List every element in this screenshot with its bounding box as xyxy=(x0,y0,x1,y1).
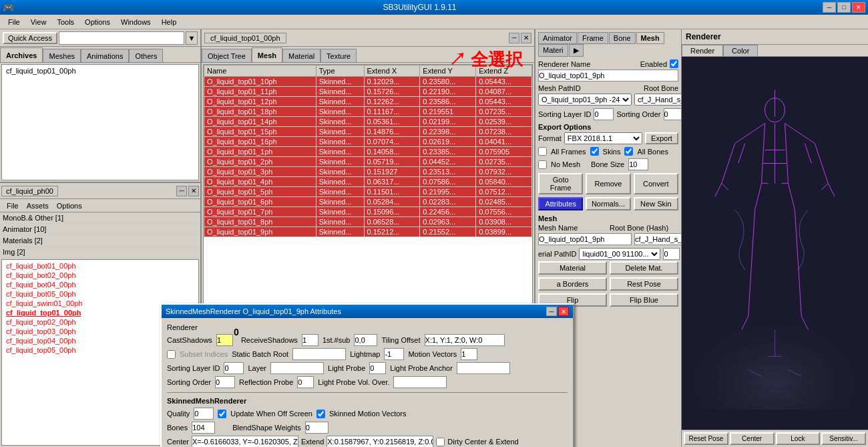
goto-frame-button[interactable]: Goto Frame xyxy=(538,173,583,194)
lock-button[interactable]: Lock xyxy=(776,432,821,445)
no-mesh-checkbox[interactable] xyxy=(538,160,547,169)
material-pathid-index[interactable] xyxy=(663,248,680,260)
new-skin-button[interactable]: New Skin xyxy=(634,197,678,210)
sensitiv-button[interactable]: Sensitiv... xyxy=(821,432,866,445)
tree-item-bot01[interactable]: cf_liquid_bot01_00ph xyxy=(3,261,197,271)
tree-item-cf-liquid-top01[interactable]: cf_liquid_top01_00ph xyxy=(3,66,197,76)
lower-menu-assets[interactable]: Assets xyxy=(23,201,53,210)
minimize-button[interactable]: ─ xyxy=(823,2,836,13)
material-pathid-select[interactable]: liquid01_00 91100... xyxy=(579,248,660,260)
bone-size-input[interactable] xyxy=(628,158,648,170)
mesh-name-input[interactable] xyxy=(538,233,632,245)
static-batch-root-input[interactable] xyxy=(292,348,346,360)
quality-input[interactable] xyxy=(194,408,214,420)
tab-bone[interactable]: Bone xyxy=(609,32,636,44)
format-select[interactable]: FBX 2018.1.1 xyxy=(564,132,642,144)
dirty-center-checkbox[interactable] xyxy=(436,438,445,446)
root-bone-hash-input[interactable] xyxy=(634,233,681,245)
close-button[interactable]: ✕ xyxy=(852,2,865,13)
remove-button[interactable]: Remove xyxy=(586,173,630,194)
section-materials[interactable]: Materials [2] xyxy=(0,235,200,247)
flip-blue-button[interactable]: Flip Blue xyxy=(610,293,678,307)
bones-input[interactable] xyxy=(192,422,215,434)
first-sub-input[interactable] xyxy=(354,334,377,346)
dialog-sorting-layer-input[interactable] xyxy=(224,362,244,374)
tab-animator[interactable]: Animator xyxy=(538,32,577,44)
enabled-checkbox[interactable] xyxy=(670,59,678,68)
maximize-button[interactable]: □ xyxy=(837,2,851,13)
add-borders-button[interactable]: a Borders xyxy=(538,277,607,291)
dialog-minimize-button[interactable]: ─ xyxy=(546,307,557,316)
light-probe-input[interactable] xyxy=(369,362,386,374)
tab-archives[interactable]: Archives xyxy=(0,47,43,62)
tree-item-bot04[interactable]: cf_liquid_bot04_00ph xyxy=(3,280,197,289)
section-img[interactable]: Img [2] xyxy=(0,247,200,258)
table-row[interactable]: O_liquid_top01_9phSkinned...0.15212...0.… xyxy=(204,227,532,237)
material-button[interactable]: Material xyxy=(538,261,607,275)
tab-more[interactable]: ▶ xyxy=(569,44,584,57)
table-row[interactable]: O_liquid_top01_2phSkinned...0.05719...0.… xyxy=(204,157,532,167)
menu-help[interactable]: Help xyxy=(156,17,182,27)
lower-menu-file[interactable]: File xyxy=(3,201,23,210)
tab-meshes[interactable]: Meshes xyxy=(43,49,81,62)
motion-vectors-input[interactable] xyxy=(461,348,477,360)
receive-shadows-input[interactable] xyxy=(302,334,318,346)
menu-view[interactable]: View xyxy=(25,17,52,27)
center-panel-minimize[interactable]: ─ xyxy=(509,33,519,43)
table-row[interactable]: O_liquid_top01_10phSkinned...0.12029...0… xyxy=(204,77,532,87)
section-animator[interactable]: Animator [10] xyxy=(0,224,200,235)
subset-indices-checkbox[interactable] xyxy=(167,350,176,359)
renderer-tab-render[interactable]: Render xyxy=(682,45,723,56)
table-row[interactable]: O_liquid_top01_11phSkinned...0.15726...0… xyxy=(204,87,532,97)
rest-pose-button[interactable]: Rest Pose xyxy=(610,277,678,291)
lower-panel-minimize[interactable]: ─ xyxy=(176,186,187,196)
menu-file[interactable]: File xyxy=(3,17,25,27)
reflection-probe-input[interactable] xyxy=(297,376,314,388)
table-row[interactable]: O_liquid_top01_4phSkinned...0.06317...0.… xyxy=(204,177,532,187)
center-button[interactable]: Center xyxy=(730,432,775,445)
export-button[interactable]: Export xyxy=(645,132,678,144)
sorting-order-input[interactable] xyxy=(664,108,681,120)
tab-mesh-right[interactable]: Mesh xyxy=(636,32,664,44)
normals-button[interactable]: Normals... xyxy=(586,197,630,210)
table-row[interactable]: O_liquid_top01_7phSkinned...0.15096...0.… xyxy=(204,207,532,217)
tree-item-bot02[interactable]: cf_liquid_bot02_00ph xyxy=(3,271,197,280)
sorting-layer-input[interactable] xyxy=(594,108,614,120)
menu-windows[interactable]: Windows xyxy=(116,17,156,27)
light-probe-anchor-input[interactable] xyxy=(457,362,510,374)
root-bone-select[interactable]: cf_J_Hand_s_R xyxy=(634,94,681,106)
table-row[interactable]: O_liquid_top01_6phSkinned...0.05284...0.… xyxy=(204,197,532,207)
layer-input[interactable] xyxy=(270,362,324,374)
table-row[interactable]: O_liquid_top01_18phSkinned...0.11167...0… xyxy=(204,107,532,117)
tab-animations[interactable]: Animations xyxy=(81,49,129,62)
dialog-close-button[interactable]: ✕ xyxy=(558,307,569,316)
attributes-button[interactable]: Attributes xyxy=(538,197,583,210)
table-row[interactable]: O_liquid_top01_14phSkinned...0.05361...0… xyxy=(204,117,532,127)
table-row[interactable]: O_liquid_top01_3phSkinned...0.1519270.23… xyxy=(204,167,532,177)
menu-tools[interactable]: Tools xyxy=(51,17,79,27)
renderer-name-input[interactable] xyxy=(538,69,678,82)
renderer-tab-color[interactable]: Color xyxy=(723,45,758,56)
tab-texture[interactable]: Texture xyxy=(320,49,357,62)
table-row[interactable]: O_liquid_top01_15phSkinned...0.14876...0… xyxy=(204,127,532,137)
extend-input[interactable] xyxy=(327,436,433,447)
center-panel-close[interactable]: ✕ xyxy=(521,33,531,43)
tab-materi[interactable]: Materi xyxy=(538,44,568,57)
section-mono[interactable]: MonoB.& Other [1] xyxy=(0,212,200,224)
quick-access-input[interactable] xyxy=(59,31,184,45)
tab-material[interactable]: Material xyxy=(282,49,320,62)
light-probe-vol-input[interactable] xyxy=(393,376,447,388)
update-when-off-screen-checkbox[interactable] xyxy=(218,410,226,418)
menu-options[interactable]: Options xyxy=(79,17,116,27)
tab-object-tree[interactable]: Object Tree xyxy=(202,49,252,62)
table-row[interactable]: O_liquid_top01_5phSkinned...0.11501...0.… xyxy=(204,187,532,197)
skinned-motion-vectors-checkbox[interactable] xyxy=(316,410,325,418)
center-input[interactable] xyxy=(192,436,298,447)
tiling-offset-input[interactable] xyxy=(425,334,505,346)
quick-access-dropdown-arrow[interactable]: ▼ xyxy=(186,31,198,45)
all-bones-checkbox[interactable] xyxy=(624,147,633,156)
lightmap-input[interactable] xyxy=(384,348,404,360)
lower-panel-close[interactable]: ✕ xyxy=(188,186,199,196)
table-row[interactable]: O_liquid_top01_8phSkinned...0.06528...0.… xyxy=(204,217,532,227)
tree-item-bot05[interactable]: cf_liquid_bot05_00ph xyxy=(3,289,197,299)
